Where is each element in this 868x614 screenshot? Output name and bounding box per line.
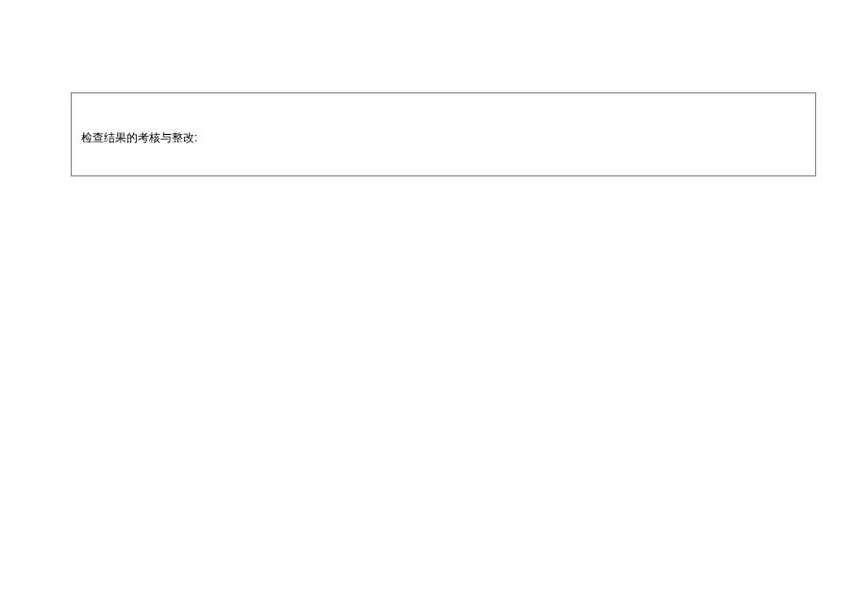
section-label: 检查结果的考核与整改: [81,129,806,146]
form-section-box: 检查结果的考核与整改: [71,92,816,176]
